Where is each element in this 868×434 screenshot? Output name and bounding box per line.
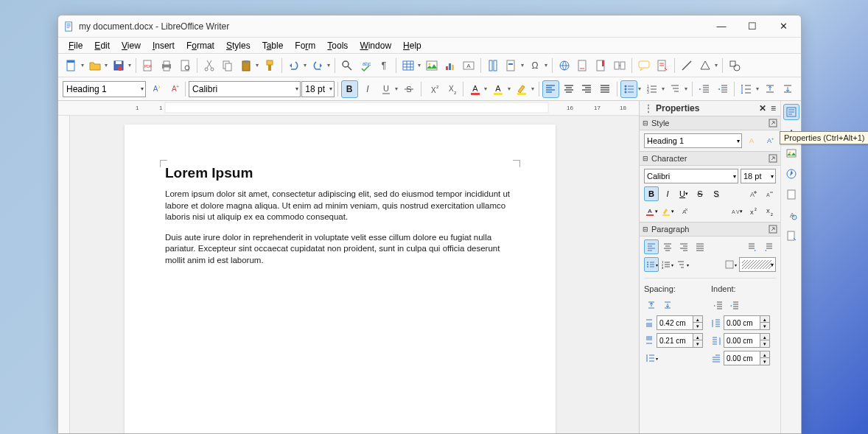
field-dropdown[interactable]: ▾: [519, 62, 525, 69]
inc-indent-button[interactable]: [711, 298, 726, 312]
shapes-dropdown[interactable]: ▾: [713, 62, 719, 69]
tab-page[interactable]: [783, 186, 799, 203]
superscript-button[interactable]: X2: [424, 80, 442, 98]
export-pdf-button[interactable]: PDF: [139, 57, 157, 74]
sidebar-style-combo[interactable]: Heading 1▾: [644, 133, 742, 148]
sidebar-font-color-button[interactable]: A▾: [644, 204, 659, 219]
sidebar-bg-color-button[interactable]: ▾: [723, 257, 738, 272]
align-left-button[interactable]: [542, 80, 560, 98]
track-changes-button[interactable]: [654, 57, 671, 74]
vertical-ruler[interactable]: [58, 116, 70, 433]
find-replace-button[interactable]: [338, 57, 356, 74]
sidebar-clear-format-button[interactable]: A: [676, 204, 691, 219]
save-button[interactable]: [110, 57, 127, 74]
insert-field-button[interactable]: [503, 57, 520, 74]
collapse-icon[interactable]: ⊟: [643, 155, 651, 162]
doc-para-1[interactable]: Lorem ipsum dolor sit amet, consectetur …: [165, 189, 519, 223]
underline-dropdown[interactable]: ▾: [393, 85, 399, 92]
popout-icon[interactable]: [769, 225, 777, 234]
tab-navigator[interactable]: [783, 166, 799, 182]
sidebar-shrink-font-button[interactable]: A: [761, 186, 776, 201]
sidebar-underline-button[interactable]: U▾: [676, 186, 691, 201]
sidebar-fontsize-combo[interactable]: 18 pt▾: [741, 169, 776, 183]
insert-page-break-button[interactable]: [484, 57, 502, 74]
formatting-marks-button[interactable]: ¶: [375, 57, 393, 74]
insert-line-button[interactable]: [678, 57, 696, 74]
sidebar-ltr-button[interactable]: [745, 239, 760, 254]
basic-shapes-button[interactable]: [696, 57, 714, 74]
tab-manage-changes[interactable]: [783, 228, 799, 244]
indent-first-spinner[interactable]: ▴▾: [724, 351, 770, 365]
new-dropdown[interactable]: ▾: [80, 62, 85, 69]
menu-tools[interactable]: Tools: [323, 39, 352, 52]
sidebar-shadow-button[interactable]: S: [709, 186, 724, 201]
sidebar-strike-button[interactable]: S: [693, 186, 707, 201]
space-below-spinner[interactable]: ▴▾: [657, 333, 703, 348]
redo-button[interactable]: [309, 57, 326, 74]
indent-before-spinner[interactable]: ▴▾: [724, 315, 770, 330]
insert-image-button[interactable]: [423, 57, 441, 74]
sidebar-ol-button[interactable]: 123▾: [659, 257, 674, 272]
table-dropdown[interactable]: ▾: [416, 62, 422, 69]
char-highlight-dropdown[interactable]: ▾: [530, 85, 536, 92]
outline-list-button[interactable]: [667, 80, 685, 98]
bold-button[interactable]: B: [341, 80, 359, 98]
section-style-head[interactable]: ⊟ Style: [640, 116, 780, 130]
menu-help[interactable]: Help: [399, 39, 426, 52]
align-justify-button[interactable]: [596, 80, 614, 98]
spellcheck-button[interactable]: abc: [357, 57, 374, 74]
ordered-list-button[interactable]: 123: [643, 80, 661, 98]
insert-special-char-button[interactable]: Ω: [526, 57, 544, 74]
insert-footnote-button[interactable]: [574, 57, 592, 74]
popout-icon[interactable]: [769, 119, 777, 127]
sidebar-bold-button[interactable]: B: [644, 186, 659, 201]
horizontal-ruler[interactable]: 1123456789101112131415161718: [58, 101, 639, 116]
menu-edit[interactable]: Edit: [90, 39, 114, 52]
page[interactable]: Lorem Ipsum Lorem ipsum dolor sit amet, …: [125, 125, 556, 433]
sidebar-ul-button[interactable]: ▾: [644, 257, 659, 272]
align-center-button[interactable]: [560, 80, 578, 98]
highlight-color-button[interactable]: A: [489, 80, 507, 98]
subscript-button[interactable]: X2: [442, 80, 460, 98]
sidebar-align-center-button[interactable]: [660, 239, 675, 254]
special-char-dropdown[interactable]: ▾: [543, 62, 549, 69]
menu-form[interactable]: Form: [290, 39, 320, 52]
strikethrough-button[interactable]: S: [400, 80, 418, 98]
increase-indent-button[interactable]: [696, 80, 713, 98]
show-draw-functions-button[interactable]: [726, 57, 743, 74]
align-right-button[interactable]: [578, 80, 596, 98]
menu-insert[interactable]: Insert: [148, 39, 179, 52]
save-dropdown[interactable]: ▾: [127, 62, 133, 69]
highlight-dropdown[interactable]: ▾: [506, 85, 512, 92]
document-scroll[interactable]: Lorem Ipsum Lorem ipsum dolor sit amet, …: [58, 116, 639, 433]
insert-table-button[interactable]: [399, 57, 417, 74]
collapse-icon[interactable]: ⊟: [643, 225, 651, 233]
font-color-dropdown[interactable]: ▾: [483, 85, 489, 92]
sidebar-char-spacing-button[interactable]: AV▾: [729, 204, 743, 219]
sidebar-align-left-button[interactable]: [644, 239, 659, 254]
redo-dropdown[interactable]: ▾: [326, 62, 332, 69]
inc-para-space-button[interactable]: [644, 298, 659, 312]
increase-para-spacing-button[interactable]: [761, 80, 779, 98]
line-spacing-sidebar-button[interactable]: ▾: [644, 351, 659, 365]
doc-para-2[interactable]: Duis aute irure dolor in reprehenderit i…: [165, 232, 519, 267]
dec-para-space-button[interactable]: [660, 298, 675, 312]
sidebar-superscript-button[interactable]: X2: [745, 204, 760, 219]
ul-dropdown[interactable]: ▾: [637, 85, 643, 92]
cut-button[interactable]: [200, 57, 218, 74]
open-button[interactable]: [86, 57, 104, 74]
sidebar-grow-font-button[interactable]: A: [745, 186, 760, 201]
ol-dropdown[interactable]: ▾: [660, 85, 666, 92]
paste-dropdown[interactable]: ▾: [254, 62, 260, 69]
print-button[interactable]: [158, 57, 175, 74]
sidebar-update-style-button[interactable]: A: [744, 133, 759, 148]
menu-view[interactable]: View: [117, 39, 145, 52]
tab-style-inspector[interactable]: A: [783, 207, 799, 223]
insert-bookmark-button[interactable]: [592, 57, 610, 74]
sidebar-close-button[interactable]: ✕: [759, 103, 766, 113]
space-above-spinner[interactable]: ▴▾: [657, 315, 703, 330]
insert-textbox-button[interactable]: A: [460, 57, 477, 74]
new-style-button[interactable]: A+: [165, 80, 183, 98]
menu-styles[interactable]: Styles: [222, 39, 255, 52]
menu-file[interactable]: File: [64, 39, 87, 52]
